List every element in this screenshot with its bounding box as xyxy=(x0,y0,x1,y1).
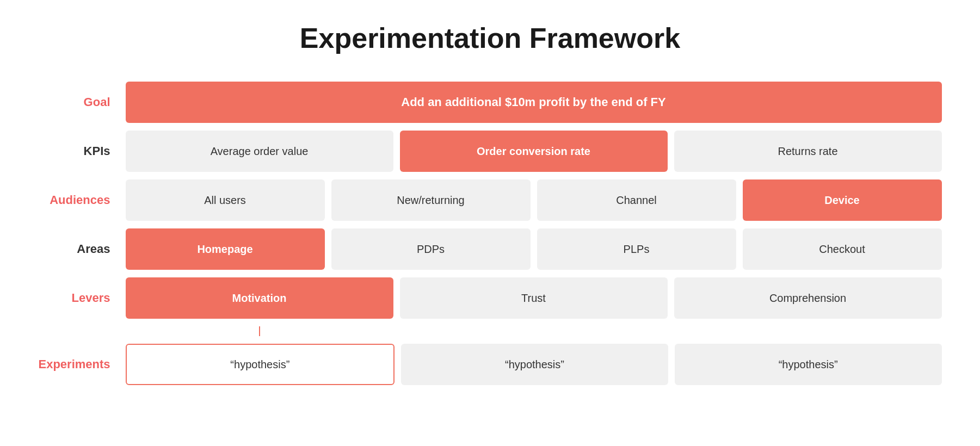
goal-row: Goal Add an additional $10m profit by th… xyxy=(39,82,942,123)
area-cell-2: PLPs xyxy=(537,228,736,270)
audience-cell-2: Channel xyxy=(537,179,736,221)
connector-cell-2 xyxy=(674,326,942,336)
area-cell-3: Checkout xyxy=(743,228,942,270)
lever-cell-1: Trust xyxy=(400,277,668,319)
goal-cell: Add an additional $10m profit by the end… xyxy=(126,82,942,123)
experiment-cell-2: “hypothesis” xyxy=(675,344,942,385)
kpis-content: Average order value Order conversion rat… xyxy=(126,131,942,172)
connector-row xyxy=(39,326,942,336)
audience-cell-3: Device xyxy=(743,179,942,221)
goal-content: Add an additional $10m profit by the end… xyxy=(126,82,942,123)
experiments-row: Experiments “hypothesis” “hypothesis” “h… xyxy=(39,344,942,385)
audiences-row: Audiences All users New/returning Channe… xyxy=(39,179,942,221)
kpi-cell-0: Average order value xyxy=(126,131,393,172)
connector-cell-0 xyxy=(126,326,393,336)
framework-table: Goal Add an additional $10m profit by th… xyxy=(39,82,942,385)
areas-label: Areas xyxy=(39,242,126,256)
page-title: Experimentation Framework xyxy=(300,22,680,54)
experiments-content: “hypothesis” “hypothesis” “hypothesis” xyxy=(126,344,942,385)
levers-label: Levers xyxy=(39,291,126,305)
area-cell-1: PDPs xyxy=(331,228,531,270)
connector-cell-1 xyxy=(400,326,668,336)
areas-row: Areas Homepage PDPs PLPs Checkout xyxy=(39,228,942,270)
levers-content: Motivation Trust Comprehension xyxy=(126,277,942,319)
audience-cell-1: New/returning xyxy=(331,179,531,221)
lever-cell-2: Comprehension xyxy=(674,277,942,319)
connector-row-spacer xyxy=(39,326,126,336)
connector-line-0 xyxy=(259,326,260,336)
audiences-content: All users New/returning Channel Device xyxy=(126,179,942,221)
audience-cell-0: All users xyxy=(126,179,325,221)
kpis-row: KPIs Average order value Order conversio… xyxy=(39,131,942,172)
connector-cells xyxy=(126,326,942,336)
areas-content: Homepage PDPs PLPs Checkout xyxy=(126,228,942,270)
goal-label: Goal xyxy=(39,95,126,109)
kpis-label: KPIs xyxy=(39,144,126,158)
kpi-cell-2: Returns rate xyxy=(674,131,942,172)
levers-row: Levers Motivation Trust Comprehension xyxy=(39,277,942,319)
experiment-cell-0: “hypothesis” xyxy=(126,344,395,385)
audiences-label: Audiences xyxy=(39,193,126,207)
area-cell-0: Homepage xyxy=(126,228,325,270)
lever-cell-0: Motivation xyxy=(126,277,393,319)
experiment-cell-1: “hypothesis” xyxy=(401,344,668,385)
experiments-label: Experiments xyxy=(39,357,126,371)
kpi-cell-1: Order conversion rate xyxy=(400,131,668,172)
